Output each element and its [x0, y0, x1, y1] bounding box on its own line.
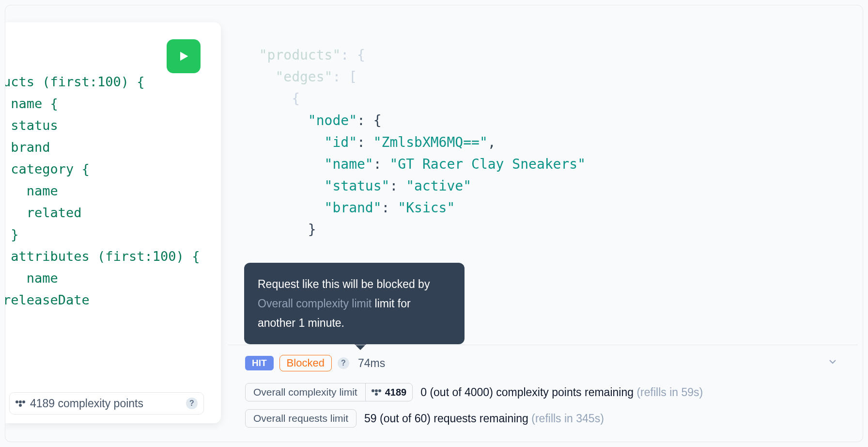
complexity-points-text: 4189 complexity points	[30, 397, 181, 410]
code-line: releaseDate	[5, 292, 90, 307]
complexity-limit-value: 4189	[365, 383, 413, 401]
requests-limit-badge[interactable]: Overall requests limit	[245, 409, 356, 428]
requests-status-text: 59 (out of 60) requests remaining (refil…	[364, 412, 604, 425]
collapse-button[interactable]	[827, 356, 838, 367]
code-line: ucts (first:100) {	[5, 74, 145, 89]
status-section: HIT Blocked ? 74ms Overall complexity li…	[228, 345, 858, 442]
blocked-tooltip: Request like this will be blocked by Ove…	[244, 263, 465, 344]
complexity-limit-label: Overall complexity limit	[246, 383, 365, 401]
code-line: category {	[5, 161, 90, 176]
code-line: status	[5, 118, 58, 133]
code-line: attributes (first:100) {	[5, 249, 200, 264]
tooltip-limit-link[interactable]: Overall complexity limit	[258, 297, 372, 310]
chevron-down-icon	[827, 356, 838, 367]
requests-limit-label: Overall requests limit	[246, 410, 356, 427]
blocked-badge: Blocked	[279, 355, 332, 371]
response-line: "brand": "Ksics"	[243, 197, 843, 219]
dots-icon	[16, 399, 25, 408]
status-badges-row: HIT Blocked ? 74ms	[245, 355, 838, 371]
code-line: related	[5, 205, 82, 220]
complexity-status-text: 0 (out of 4000) complexity points remain…	[420, 386, 703, 399]
help-icon[interactable]: ?	[338, 357, 349, 369]
response-line: "id": "ZmlsbXM6MQ==",	[243, 131, 843, 153]
code-line: name	[5, 183, 58, 198]
code-line: name {	[5, 96, 58, 111]
query-code[interactable]: ucts (first:100) { name { status brand c…	[5, 71, 211, 311]
response-line: {	[243, 88, 843, 110]
complexity-limit-badge[interactable]: Overall complexity limit 4189	[245, 383, 413, 401]
response-line: "status": "active"	[243, 175, 843, 197]
hit-badge: HIT	[245, 356, 274, 370]
response-line: "edges": [	[243, 66, 843, 88]
play-icon	[177, 48, 190, 64]
response-line: "name": "GT Racer Clay Sneakers"	[243, 153, 843, 175]
code-line: name	[5, 271, 58, 286]
app-container: ucts (first:100) { name { status brand c…	[5, 5, 863, 442]
dots-icon	[372, 387, 381, 397]
response-line: "node": {	[243, 110, 843, 131]
timing-text: 74ms	[358, 357, 385, 370]
response-line: "products": {	[243, 44, 843, 66]
complexity-footer[interactable]: 4189 complexity points ?	[9, 392, 204, 415]
tooltip-text: Request like this will be blocked by	[258, 278, 430, 290]
query-editor-panel: ucts (first:100) { name { status brand c…	[5, 22, 221, 423]
response-line: }	[243, 219, 843, 240]
requests-status-row: Overall requests limit 59 (out of 60) re…	[245, 409, 838, 428]
run-button[interactable]	[167, 39, 201, 73]
help-icon[interactable]: ?	[186, 398, 198, 409]
code-line: }	[5, 227, 19, 242]
complexity-status-row: Overall complexity limit 4189 0 (out of …	[245, 383, 838, 401]
code-line: brand	[5, 140, 50, 155]
